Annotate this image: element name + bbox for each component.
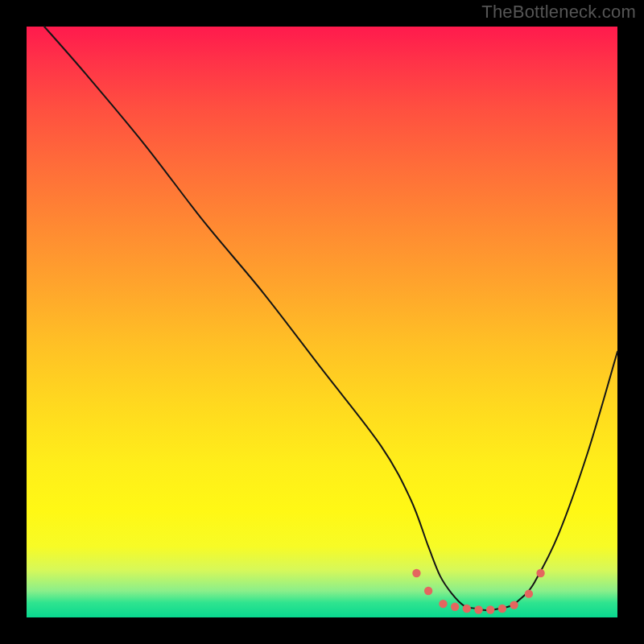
- bottleneck-curve: [44, 27, 617, 610]
- highlight-dot: [451, 603, 459, 611]
- highlight-dot: [439, 600, 447, 608]
- plot-area: [27, 27, 617, 617]
- highlight-dot: [463, 605, 471, 613]
- watermark-text: TheBottleneck.com: [481, 2, 636, 23]
- highlight-dot: [486, 605, 494, 613]
- highlight-markers: [412, 569, 545, 614]
- chart-frame: TheBottleneck.com: [0, 0, 644, 644]
- highlight-dot: [525, 589, 533, 597]
- highlight-dot: [536, 569, 544, 577]
- highlight-dot: [474, 605, 482, 613]
- highlight-dot: [424, 587, 432, 595]
- curve-svg: [27, 27, 617, 617]
- highlight-dot: [412, 569, 420, 577]
- highlight-dot: [498, 605, 506, 613]
- highlight-dot: [510, 601, 518, 609]
